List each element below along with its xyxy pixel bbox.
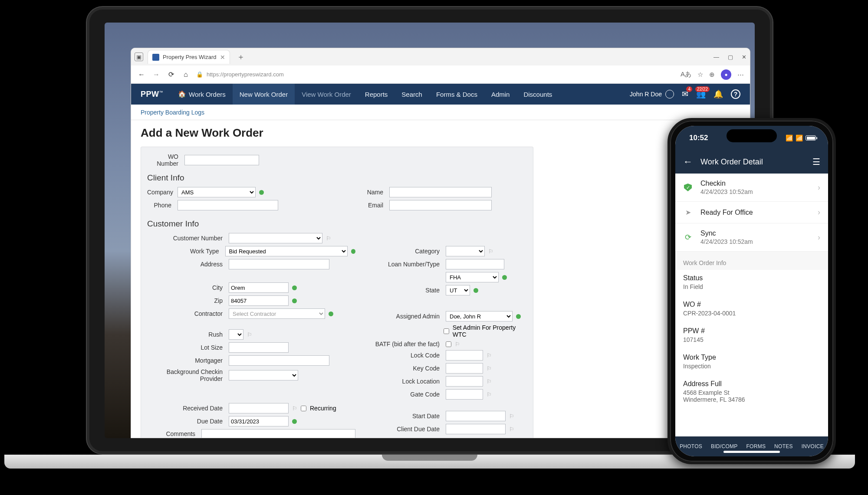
flag-icon[interactable]: ⚐ (292, 405, 297, 412)
browser-tab[interactable]: Property Pres Wizard ✕ (148, 50, 230, 64)
breadcrumb-link[interactable]: Property Boarding Logs (141, 109, 204, 116)
company-select[interactable]: AMS (178, 187, 256, 197)
recurring-checkbox[interactable] (301, 406, 306, 411)
favorite-icon[interactable]: ☆ (697, 71, 703, 79)
refresh-icon[interactable]: ⟳ (167, 70, 175, 79)
app-navbar: PPW™ 🏠Work Orders New Work Order View Wo… (131, 84, 750, 105)
wo-number-input[interactable] (184, 155, 259, 165)
email-input[interactable] (389, 200, 492, 210)
customer-number-select[interactable] (229, 233, 322, 243)
flag-icon[interactable]: ⚐ (487, 365, 492, 372)
more-icon[interactable]: ⋯ (737, 71, 744, 79)
bell-icon[interactable]: 🔔 (713, 89, 723, 99)
flag-icon[interactable]: ⚐ (247, 331, 252, 338)
zip-input[interactable] (229, 295, 289, 306)
hamburger-icon[interactable]: ☰ (812, 157, 820, 167)
new-tab-button[interactable]: ＋ (234, 52, 247, 62)
key-code-input[interactable] (446, 363, 483, 374)
loan-type-select[interactable]: FHA (446, 272, 499, 282)
flag-icon[interactable]: ⚐ (326, 235, 331, 242)
flag-icon[interactable]: ⚐ (487, 352, 492, 359)
home-icon[interactable]: ⌂ (181, 71, 190, 79)
tab-notes[interactable]: NOTES (774, 443, 793, 449)
send-icon: ➤ (685, 208, 691, 216)
nav-admin[interactable]: Admin (484, 84, 517, 105)
start-date-input[interactable] (446, 411, 506, 421)
shield-check-icon: ✓ (684, 184, 692, 191)
category-select[interactable] (446, 246, 485, 256)
rush-select[interactable] (229, 329, 243, 340)
flag-icon[interactable]: ⚐ (509, 426, 514, 433)
contractor-select[interactable]: Select Contractor (229, 308, 325, 319)
close-tab-icon[interactable]: ✕ (220, 54, 225, 61)
nav-discounts[interactable]: Discounts (516, 84, 559, 105)
url-display[interactable]: 🔒 https://propertypreswizard.com (196, 71, 284, 78)
url-text: https://propertypreswizard.com (207, 71, 284, 78)
collections-icon[interactable]: ⊕ (709, 71, 715, 79)
bcp-select[interactable] (229, 370, 298, 380)
name-input[interactable] (389, 187, 492, 197)
lock-code-input[interactable] (446, 350, 483, 361)
action-sync[interactable]: ⟳ Sync4/24/2023 10:52am › (675, 223, 828, 252)
action-ready-for-office[interactable]: ➤ Ready For Office › (675, 202, 828, 223)
brand-logo[interactable]: PPW™ (141, 90, 163, 99)
received-date-input[interactable] (229, 403, 289, 413)
admin-select[interactable]: Doe, John R (446, 311, 513, 321)
reader-icon[interactable]: Aあ (681, 70, 691, 79)
loan-number-input[interactable] (446, 259, 504, 269)
profile-avatar[interactable]: ● (721, 69, 731, 80)
nav-search[interactable]: Search (395, 84, 429, 105)
work-type-select[interactable]: Bid Requested (225, 246, 348, 256)
phone-input[interactable] (178, 200, 278, 210)
received-date-label: Received Date (147, 405, 225, 412)
city-input[interactable] (229, 282, 289, 293)
tab-forms[interactable]: FORMS (746, 443, 766, 449)
back-arrow-icon[interactable]: ← (683, 156, 693, 167)
action-checkin[interactable]: ✓ Checkin4/24/2023 10:52am › (675, 174, 828, 202)
minimize-icon[interactable]: — (713, 54, 719, 60)
tab-bidcomp[interactable]: BID/COMP (711, 443, 738, 449)
lot-size-input[interactable] (229, 342, 289, 353)
maximize-icon[interactable]: ▢ (728, 54, 733, 60)
status-dot-icon (473, 288, 478, 293)
nav-reports[interactable]: Reports (358, 84, 395, 105)
client-due-date-input[interactable] (446, 424, 506, 434)
state-select[interactable]: UT (446, 285, 470, 295)
forward-icon[interactable]: → (152, 71, 161, 79)
nav-user[interactable]: John R Doe (630, 90, 674, 98)
mail-icon[interactable]: ✉4 (682, 89, 688, 99)
sidebar-toggle-icon[interactable]: ▣ (135, 52, 143, 61)
flag-icon[interactable]: ⚐ (487, 378, 492, 385)
name-label: Name (365, 189, 386, 196)
nav-new-work-order[interactable]: New Work Order (233, 84, 295, 105)
address-input[interactable] (229, 259, 329, 269)
recurring-label: Recurring (310, 405, 336, 412)
info-ppw-number: PPW #107145 (675, 323, 828, 349)
lock-location-input[interactable] (446, 376, 483, 387)
help-icon[interactable]: ? (731, 89, 740, 99)
flag-icon[interactable]: ⚐ (509, 413, 514, 420)
mortgager-input[interactable] (229, 355, 329, 366)
phone-bottom-tabs: PHOTOS BID/COMP FORMS NOTES INVOICE (675, 436, 828, 456)
wifi-icon: 📶 (796, 134, 803, 141)
nav-forms-docs[interactable]: Forms & Docs (429, 84, 484, 105)
home-indicator[interactable] (723, 451, 780, 453)
flag-icon[interactable]: ⚐ (455, 341, 460, 347)
close-window-icon[interactable]: ✕ (742, 54, 746, 60)
comments-textarea[interactable] (201, 429, 355, 438)
page-title: Add a New Work Order (141, 126, 740, 140)
zip-label: Zip (147, 297, 225, 304)
nav-work-orders[interactable]: 🏠Work Orders (171, 84, 233, 105)
flag-icon[interactable]: ⚐ (488, 248, 493, 255)
nav-view-work-order[interactable]: View Work Order (295, 84, 358, 105)
set-admin-checkbox[interactable] (444, 328, 449, 334)
tab-invoice[interactable]: INVOICE (802, 443, 824, 449)
flag-icon[interactable]: ⚐ (487, 391, 492, 398)
tab-photos[interactable]: PHOTOS (680, 443, 702, 449)
batf-checkbox[interactable] (446, 341, 451, 347)
people-icon[interactable]: 👥22/22 (696, 89, 706, 99)
gate-code-input[interactable] (446, 389, 483, 400)
due-date-input[interactable] (229, 416, 289, 426)
back-icon[interactable]: ← (137, 71, 146, 79)
battery-icon (806, 135, 816, 141)
